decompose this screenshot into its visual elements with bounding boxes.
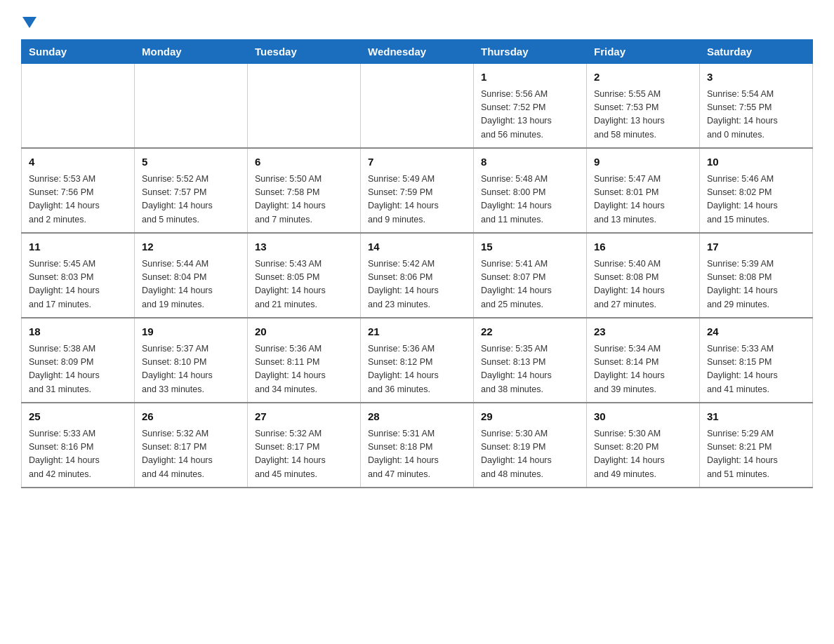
day-number: 24: [707, 324, 805, 340]
calendar-day-cell: 6Sunrise: 5:50 AM Sunset: 7:58 PM Daylig…: [248, 148, 361, 233]
day-number: 12: [142, 239, 240, 255]
day-number: 26: [142, 409, 240, 425]
day-info: Sunrise: 5:47 AM Sunset: 8:01 PM Dayligh…: [594, 173, 692, 227]
weekday-header-row: SundayMondayTuesdayWednesdayThursdayFrid…: [22, 40, 813, 64]
calendar-day-cell: 29Sunrise: 5:30 AM Sunset: 8:19 PM Dayli…: [474, 403, 587, 488]
calendar-day-cell: 28Sunrise: 5:31 AM Sunset: 8:18 PM Dayli…: [361, 403, 474, 488]
day-info: Sunrise: 5:33 AM Sunset: 8:15 PM Dayligh…: [707, 342, 805, 397]
calendar-day-cell: 23Sunrise: 5:34 AM Sunset: 8:14 PM Dayli…: [587, 318, 700, 403]
day-number: 8: [481, 154, 579, 170]
calendar-day-cell: 18Sunrise: 5:38 AM Sunset: 8:09 PM Dayli…: [22, 318, 135, 403]
weekday-header-tuesday: Tuesday: [248, 40, 361, 64]
calendar-day-cell: 3Sunrise: 5:54 AM Sunset: 7:55 PM Daylig…: [700, 64, 813, 149]
calendar-day-cell: 12Sunrise: 5:44 AM Sunset: 8:04 PM Dayli…: [135, 233, 248, 318]
day-number: 15: [481, 239, 579, 255]
calendar-day-cell: 22Sunrise: 5:35 AM Sunset: 8:13 PM Dayli…: [474, 318, 587, 403]
weekday-header-thursday: Thursday: [474, 40, 587, 64]
day-number: 7: [368, 154, 466, 170]
day-number: 28: [368, 409, 466, 425]
day-info: Sunrise: 5:44 AM Sunset: 8:04 PM Dayligh…: [142, 257, 240, 312]
calendar-day-cell: 5Sunrise: 5:52 AM Sunset: 7:57 PM Daylig…: [135, 148, 248, 233]
day-number: 25: [29, 409, 127, 425]
day-info: Sunrise: 5:40 AM Sunset: 8:08 PM Dayligh…: [594, 257, 692, 312]
day-info: Sunrise: 5:50 AM Sunset: 7:58 PM Dayligh…: [255, 173, 353, 227]
day-number: 20: [255, 324, 353, 340]
day-info: Sunrise: 5:52 AM Sunset: 7:57 PM Dayligh…: [142, 173, 240, 227]
calendar-day-cell: 20Sunrise: 5:36 AM Sunset: 8:11 PM Dayli…: [248, 318, 361, 403]
calendar-day-cell: 30Sunrise: 5:30 AM Sunset: 8:20 PM Dayli…: [587, 403, 700, 488]
day-info: Sunrise: 5:31 AM Sunset: 8:18 PM Dayligh…: [368, 427, 466, 482]
day-info: Sunrise: 5:46 AM Sunset: 8:02 PM Dayligh…: [707, 173, 805, 227]
calendar-day-cell: 26Sunrise: 5:32 AM Sunset: 8:17 PM Dayli…: [135, 403, 248, 488]
day-number: 27: [255, 409, 353, 425]
calendar-week-row: 11Sunrise: 5:45 AM Sunset: 8:03 PM Dayli…: [22, 233, 813, 318]
day-info: Sunrise: 5:53 AM Sunset: 7:56 PM Dayligh…: [29, 173, 127, 227]
calendar-day-cell: 17Sunrise: 5:39 AM Sunset: 8:08 PM Dayli…: [700, 233, 813, 318]
day-number: 21: [368, 324, 466, 340]
day-info: Sunrise: 5:55 AM Sunset: 7:53 PM Dayligh…: [594, 88, 692, 142]
page-header: [21, 14, 813, 32]
calendar-body: 1Sunrise: 5:56 AM Sunset: 7:52 PM Daylig…: [22, 64, 813, 488]
day-info: Sunrise: 5:33 AM Sunset: 8:16 PM Dayligh…: [29, 427, 127, 482]
calendar-day-cell: 2Sunrise: 5:55 AM Sunset: 7:53 PM Daylig…: [587, 64, 700, 149]
calendar-day-cell: 10Sunrise: 5:46 AM Sunset: 8:02 PM Dayli…: [700, 148, 813, 233]
day-info: Sunrise: 5:29 AM Sunset: 8:21 PM Dayligh…: [707, 427, 805, 482]
day-number: 9: [594, 154, 692, 170]
calendar-day-cell: 9Sunrise: 5:47 AM Sunset: 8:01 PM Daylig…: [587, 148, 700, 233]
day-number: 5: [142, 154, 240, 170]
calendar-day-cell: 13Sunrise: 5:43 AM Sunset: 8:05 PM Dayli…: [248, 233, 361, 318]
calendar-day-cell: 4Sunrise: 5:53 AM Sunset: 7:56 PM Daylig…: [22, 148, 135, 233]
day-info: Sunrise: 5:36 AM Sunset: 8:11 PM Dayligh…: [255, 342, 353, 397]
calendar-week-row: 4Sunrise: 5:53 AM Sunset: 7:56 PM Daylig…: [22, 148, 813, 233]
day-number: 4: [29, 154, 127, 170]
calendar-day-cell: 19Sunrise: 5:37 AM Sunset: 8:10 PM Dayli…: [135, 318, 248, 403]
day-number: 23: [594, 324, 692, 340]
day-number: 3: [707, 69, 805, 86]
calendar-day-cell: [22, 64, 135, 149]
day-info: Sunrise: 5:43 AM Sunset: 8:05 PM Dayligh…: [255, 257, 353, 312]
weekday-header-saturday: Saturday: [700, 40, 813, 64]
calendar-day-cell: 21Sunrise: 5:36 AM Sunset: 8:12 PM Dayli…: [361, 318, 474, 403]
day-number: 10: [707, 154, 805, 170]
day-info: Sunrise: 5:42 AM Sunset: 8:06 PM Dayligh…: [368, 257, 466, 312]
day-number: 6: [255, 154, 353, 170]
day-info: Sunrise: 5:39 AM Sunset: 8:08 PM Dayligh…: [707, 257, 805, 312]
calendar-week-row: 25Sunrise: 5:33 AM Sunset: 8:16 PM Dayli…: [22, 403, 813, 488]
day-info: Sunrise: 5:38 AM Sunset: 8:09 PM Dayligh…: [29, 342, 127, 397]
weekday-header-wednesday: Wednesday: [361, 40, 474, 64]
day-number: 18: [29, 324, 127, 340]
day-info: Sunrise: 5:37 AM Sunset: 8:10 PM Dayligh…: [142, 342, 240, 397]
day-number: 2: [594, 69, 692, 86]
day-number: 22: [481, 324, 579, 340]
calendar-day-cell: 11Sunrise: 5:45 AM Sunset: 8:03 PM Dayli…: [22, 233, 135, 318]
weekday-header-friday: Friday: [587, 40, 700, 64]
logo: [21, 14, 37, 32]
day-number: 1: [481, 69, 579, 86]
day-info: Sunrise: 5:41 AM Sunset: 8:07 PM Dayligh…: [481, 257, 579, 312]
calendar-table: SundayMondayTuesdayWednesdayThursdayFrid…: [21, 39, 813, 488]
calendar-day-cell: 31Sunrise: 5:29 AM Sunset: 8:21 PM Dayli…: [700, 403, 813, 488]
day-info: Sunrise: 5:45 AM Sunset: 8:03 PM Dayligh…: [29, 257, 127, 312]
calendar-header: SundayMondayTuesdayWednesdayThursdayFrid…: [22, 40, 813, 64]
calendar-day-cell: [135, 64, 248, 149]
day-info: Sunrise: 5:34 AM Sunset: 8:14 PM Dayligh…: [594, 342, 692, 397]
calendar-day-cell: 1Sunrise: 5:56 AM Sunset: 7:52 PM Daylig…: [474, 64, 587, 149]
day-number: 14: [368, 239, 466, 255]
calendar-week-row: 18Sunrise: 5:38 AM Sunset: 8:09 PM Dayli…: [22, 318, 813, 403]
weekday-header-sunday: Sunday: [22, 40, 135, 64]
calendar-day-cell: 24Sunrise: 5:33 AM Sunset: 8:15 PM Dayli…: [700, 318, 813, 403]
calendar-day-cell: [361, 64, 474, 149]
calendar-day-cell: 25Sunrise: 5:33 AM Sunset: 8:16 PM Dayli…: [22, 403, 135, 488]
day-info: Sunrise: 5:56 AM Sunset: 7:52 PM Dayligh…: [481, 88, 579, 142]
day-info: Sunrise: 5:30 AM Sunset: 8:19 PM Dayligh…: [481, 427, 579, 482]
day-info: Sunrise: 5:54 AM Sunset: 7:55 PM Dayligh…: [707, 88, 805, 142]
calendar-day-cell: 16Sunrise: 5:40 AM Sunset: 8:08 PM Dayli…: [587, 233, 700, 318]
logo-triangle-icon: [22, 17, 37, 28]
day-number: 16: [594, 239, 692, 255]
calendar-day-cell: 15Sunrise: 5:41 AM Sunset: 8:07 PM Dayli…: [474, 233, 587, 318]
calendar-day-cell: 14Sunrise: 5:42 AM Sunset: 8:06 PM Dayli…: [361, 233, 474, 318]
day-number: 30: [594, 409, 692, 425]
day-number: 29: [481, 409, 579, 425]
day-number: 11: [29, 239, 127, 255]
calendar-week-row: 1Sunrise: 5:56 AM Sunset: 7:52 PM Daylig…: [22, 64, 813, 149]
